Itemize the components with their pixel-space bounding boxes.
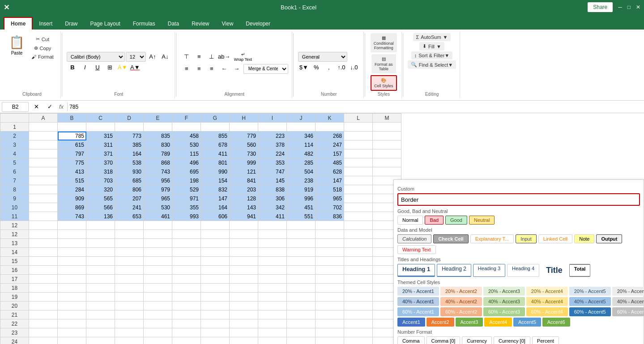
cell-k3[interactable]: 247: [316, 140, 344, 149]
cell-b5[interactable]: 775: [58, 158, 86, 167]
style-heading2[interactable]: Heading 2: [437, 264, 471, 277]
col-header-j[interactable]: J: [287, 114, 316, 123]
empty-cell[interactable]: [144, 230, 172, 239]
cell-k11[interactable]: 836: [316, 212, 344, 221]
cell-l1[interactable]: [344, 123, 373, 132]
empty-cell[interactable]: [58, 302, 86, 310]
cell-h1[interactable]: [230, 123, 258, 132]
minimize-icon[interactable]: ─: [618, 4, 622, 10]
fill-button[interactable]: ⬇ Fill▼: [419, 42, 444, 51]
cell-f12[interactable]: [172, 221, 201, 230]
empty-cell[interactable]: [29, 257, 58, 266]
row-header-22[interactable]: 22: [0, 319, 29, 328]
empty-cell[interactable]: [316, 310, 344, 319]
cell-c6[interactable]: 318: [86, 167, 115, 176]
cell-l9[interactable]: [344, 194, 373, 203]
empty-cell[interactable]: [172, 248, 201, 257]
empty-cell[interactable]: [115, 328, 144, 337]
cell-b10[interactable]: 869: [58, 203, 86, 212]
empty-cell[interactable]: [230, 266, 258, 275]
empty-cell[interactable]: [258, 337, 287, 344]
cell-m1[interactable]: [373, 123, 401, 132]
comma-button[interactable]: ,: [323, 63, 335, 72]
cell-l10[interactable]: [344, 203, 373, 212]
cell-i10[interactable]: 342: [258, 203, 287, 212]
cell-f10[interactable]: 355: [172, 203, 201, 212]
cell-i7[interactable]: 145: [258, 176, 287, 185]
empty-cell[interactable]: [29, 266, 58, 275]
cell-j1[interactable]: [287, 123, 316, 132]
cell-k6[interactable]: 628: [316, 167, 344, 176]
empty-cell[interactable]: [144, 293, 172, 302]
cell-m6[interactable]: [373, 167, 401, 176]
align-top-button[interactable]: ⊤: [181, 52, 192, 62]
cell-f4[interactable]: 115: [172, 149, 201, 158]
empty-cell[interactable]: [316, 230, 344, 239]
cell-k8[interactable]: 518: [316, 185, 344, 194]
empty-cell[interactable]: [258, 266, 287, 275]
empty-cell[interactable]: [344, 284, 373, 293]
conditional-formatting-button[interactable]: ▦ ConditionalFormatting: [371, 33, 397, 52]
empty-cell[interactable]: [115, 248, 144, 257]
font-size-select[interactable]: 12: [126, 52, 146, 62]
empty-cell[interactable]: [201, 284, 230, 293]
cell-c12[interactable]: [86, 221, 115, 230]
style-accent6-20[interactable]: 20% - Accent6: [612, 287, 644, 296]
cell-d3[interactable]: 385: [115, 140, 144, 149]
empty-cell[interactable]: [287, 275, 316, 284]
style-accent3-60[interactable]: 60% - Accent3: [483, 307, 525, 316]
align-right-button[interactable]: ≡: [206, 64, 218, 74]
empty-cell[interactable]: [58, 310, 86, 319]
cell-f3[interactable]: 530: [172, 140, 201, 149]
cell-g12[interactable]: [201, 221, 230, 230]
style-note[interactable]: Note: [574, 234, 594, 243]
empty-cell[interactable]: [86, 230, 115, 239]
cell-c9[interactable]: 565: [86, 194, 115, 203]
cell-d6[interactable]: 930: [115, 167, 144, 176]
style-accent6-40[interactable]: 40% - Accent6: [612, 297, 644, 306]
empty-cell[interactable]: [258, 302, 287, 310]
style-accent4[interactable]: Accent4: [484, 318, 512, 327]
empty-cell[interactable]: [172, 337, 201, 344]
empty-cell[interactable]: [316, 266, 344, 275]
empty-cell[interactable]: [144, 248, 172, 257]
cell-j3[interactable]: 114: [287, 140, 316, 149]
cell-l5[interactable]: [344, 158, 373, 167]
tab-view[interactable]: View: [216, 18, 240, 30]
cell-f6[interactable]: 695: [172, 167, 201, 176]
empty-cell[interactable]: [230, 230, 258, 239]
empty-cell[interactable]: [230, 337, 258, 344]
cell-l12[interactable]: [344, 221, 373, 230]
empty-cell[interactable]: [316, 328, 344, 337]
cell-e10[interactable]: 530: [144, 203, 172, 212]
empty-cell[interactable]: [58, 275, 86, 284]
empty-cell[interactable]: [344, 293, 373, 302]
cell-j9[interactable]: 996: [287, 194, 316, 203]
cell-h12[interactable]: [230, 221, 258, 230]
empty-cell[interactable]: [144, 302, 172, 310]
cell-c1[interactable]: [86, 123, 115, 132]
style-heading3[interactable]: Heading 3: [473, 264, 505, 277]
empty-cell[interactable]: [29, 275, 58, 284]
style-accent6-60[interactable]: 60% - Accent6: [612, 307, 644, 316]
cell-a4[interactable]: [29, 149, 58, 158]
row-header-24[interactable]: 24: [0, 337, 29, 344]
decrease-decimal-button[interactable]: ↓.0: [348, 63, 360, 72]
empty-cell[interactable]: [172, 319, 201, 328]
increase-font-button[interactable]: A↑: [147, 52, 158, 62]
cell-l8[interactable]: [344, 185, 373, 194]
empty-cell[interactable]: [58, 284, 86, 293]
cell-c10[interactable]: 566: [86, 203, 115, 212]
cell-a1[interactable]: [29, 123, 58, 132]
style-bad[interactable]: Bad: [425, 216, 444, 225]
style-accent1-40[interactable]: 40% - Accent1: [397, 297, 439, 306]
cell-i11[interactable]: 411: [258, 212, 287, 221]
col-header-b[interactable]: B: [58, 114, 86, 123]
cell-a11[interactable]: [29, 212, 58, 221]
row-header-3[interactable]: 3: [0, 140, 29, 149]
cell-g11[interactable]: 606: [201, 212, 230, 221]
cell-d5[interactable]: 538: [115, 158, 144, 167]
empty-cell[interactable]: [86, 239, 115, 248]
cell-b11[interactable]: 743: [58, 212, 86, 221]
increase-indent-button[interactable]: →: [231, 64, 243, 74]
